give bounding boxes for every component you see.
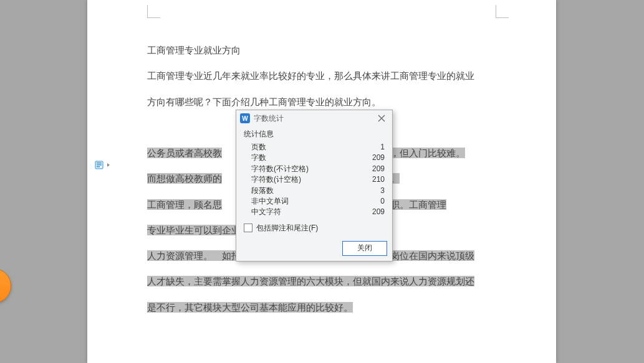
- sel-f: 人才缺失，主要需掌握人力资源管理的六大模块，但就国内来说人力资源规划还: [147, 276, 474, 286]
- stat-val: 209: [372, 164, 385, 174]
- stat-row: 段落数3: [244, 186, 385, 196]
- chevron-right-icon: [107, 163, 110, 167]
- stat-val: 1: [380, 142, 385, 153]
- stat-val: 3: [380, 186, 385, 196]
- stat-val: 209: [372, 207, 385, 217]
- stat-key: 段落数: [251, 186, 274, 196]
- dialog-body: 统计信息 页数1 字数209 字符数(不计空格)209 字符数(计空格)210 …: [236, 126, 392, 238]
- stat-row: 中文字符209: [244, 207, 385, 217]
- dialog-title: 字数统计: [254, 113, 284, 124]
- doc-line-f: 人才缺失，主要需掌握人力资源管理的六大模块，但就国内来说人力资源规划还: [147, 268, 496, 294]
- svg-rect-3: [97, 166, 100, 167]
- sel-c: 工商管理，顾名思: [147, 199, 222, 210]
- doc-title: 工商管理专业就业方向: [147, 37, 496, 63]
- doc-line-g: 是不行，其它模块大型公司基本能应用的比较好。: [147, 295, 496, 320]
- checkbox-label: 包括脚注和尾注(F): [256, 223, 318, 233]
- close-button[interactable]: 关闭: [342, 241, 387, 256]
- stat-key: 字符数(不计空格): [251, 164, 309, 174]
- floating-orange-button[interactable]: [0, 268, 11, 303]
- close-icon[interactable]: [375, 111, 388, 125]
- stat-key: 非中文单词: [251, 196, 289, 207]
- word-count-dialog: W 字数统计 统计信息 页数1 字数209 字符数(不计空格)209 字符数(计…: [236, 110, 393, 262]
- sel-a: 公务员或者高校教: [147, 148, 222, 158]
- include-footnotes-checkbox[interactable]: 包括脚注和尾注(F): [244, 223, 385, 233]
- margin-corner-tr: [496, 5, 509, 18]
- stat-val: 209: [372, 153, 385, 163]
- section-settings-icon[interactable]: [94, 159, 105, 171]
- app-logo-icon: W: [240, 113, 250, 123]
- sel-g: 是不行，其它模块大型公司基本能应用的比较好。: [147, 302, 353, 313]
- stat-row: 字符数(不计空格)209: [244, 164, 385, 174]
- stat-row: 字数209: [244, 153, 385, 163]
- stat-row: 字符数(计空格)210: [244, 174, 385, 185]
- stats-header: 统计信息: [244, 129, 385, 139]
- stat-val: 210: [372, 174, 385, 185]
- dialog-buttons: 关闭: [236, 238, 392, 261]
- stat-key: 字数: [251, 153, 266, 163]
- checkbox-box[interactable]: [244, 224, 252, 232]
- dialog-titlebar[interactable]: W 字数统计: [236, 110, 392, 126]
- close-button-label: 关闭: [357, 243, 372, 253]
- stat-row: 页数1: [244, 142, 385, 153]
- sel-b: 而想做高校教师的: [147, 173, 222, 184]
- stat-key: 页数: [251, 142, 266, 153]
- stat-key: 中文字符: [251, 207, 281, 217]
- stat-key: 字符数(计空格): [251, 174, 301, 185]
- stat-val: 0: [380, 196, 385, 207]
- stat-row: 非中文单词0: [244, 196, 385, 207]
- svg-rect-2: [97, 164, 102, 166]
- doc-p1a: 工商管理专业近几年来就业率比较好的专业，那么具体来讲工商管理专业的就业: [147, 63, 496, 88]
- svg-rect-1: [97, 163, 102, 164]
- margin-corner-tl: [147, 5, 160, 18]
